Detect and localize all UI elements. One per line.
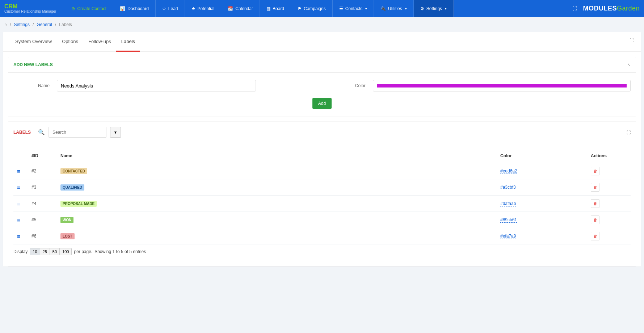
expand-icon[interactable]: ⛶ [627, 130, 631, 135]
logo: MODULESGarden [583, 5, 640, 12]
nav-dashboard[interactable]: 📊Dashboard [113, 0, 156, 17]
nav-settings[interactable]: ⚙Settings▾ [414, 0, 454, 17]
delete-button[interactable]: 🗑 [591, 232, 599, 240]
collapse-icon[interactable]: ⤡ [627, 63, 631, 67]
col-id: #ID [28, 149, 57, 163]
top-navbar: CRM Customer Relationship Manager ⊕Creat… [0, 0, 644, 17]
trash-icon: 🗑 [593, 234, 597, 238]
add-label-heading: ADD NEW LABELS ⤡ [8, 57, 636, 72]
home-icon[interactable]: ⌂ [4, 22, 7, 27]
color-value[interactable]: #eed6a2 [500, 168, 517, 174]
drag-handle-icon[interactable]: ≡ [17, 184, 20, 191]
delete-button[interactable]: 🗑 [591, 167, 599, 175]
nav-utilities[interactable]: 🔌Utilities▾ [374, 0, 414, 17]
chevron-down-icon: ▾ [445, 7, 447, 10]
name-input[interactable] [57, 80, 256, 91]
color-label: Color [329, 83, 366, 88]
tab-followups[interactable]: Follow-ups [83, 32, 116, 51]
cell-id: #5 [28, 212, 57, 228]
delete-button[interactable]: 🗑 [591, 199, 599, 208]
cell-id: #6 [28, 228, 57, 244]
chevron-down-icon: ▾ [405, 7, 407, 10]
plug-icon: 🔌 [380, 6, 386, 11]
search-icon: 🔍 [38, 129, 45, 136]
label-badge[interactable]: LOST [60, 233, 75, 239]
gear-icon: ⚙ [420, 6, 424, 11]
color-preview [377, 84, 627, 87]
nav-create-contact[interactable]: ⊕Create Contact [65, 0, 113, 17]
labels-heading: LABELS 🔍 ▼ ⛶ [8, 122, 636, 143]
list-icon: ☰ [339, 6, 343, 11]
table-row: ≡#2CONTACTED#eed6a2🗑 [13, 163, 631, 179]
tab-labels[interactable]: Labels [116, 32, 140, 52]
fullscreen-icon[interactable]: ⛶ [572, 6, 577, 11]
labels-list-panel: LABELS 🔍 ▼ ⛶ #ID Name Color Actions [8, 121, 636, 266]
star-icon: ★ [191, 6, 195, 11]
color-value[interactable]: #a3cbf3 [500, 185, 516, 190]
nav-calendar[interactable]: 📅Calendar [221, 0, 260, 17]
tab-options[interactable]: Options [57, 32, 83, 51]
board-icon: ▦ [266, 6, 270, 11]
calendar-icon: 📅 [228, 6, 233, 11]
add-label-panel: ADD NEW LABELS ⤡ Name Color Add [8, 57, 636, 116]
page-size-50[interactable]: 50 [50, 248, 60, 255]
star-outline-icon: ☆ [162, 6, 166, 11]
add-button[interactable]: Add [312, 98, 332, 109]
nav-potential[interactable]: ★Potential [185, 0, 222, 17]
nav-contacts[interactable]: ☰Contacts▾ [333, 0, 374, 17]
nav-board[interactable]: ▦Board [260, 0, 291, 17]
table-row: ≡#4PROPOSAL MADE#dafaab🗑 [13, 196, 631, 212]
breadcrumb-current: Labels [59, 22, 72, 27]
brand: CRM Customer Relationship Manager [4, 4, 56, 13]
drag-handle-icon[interactable]: ≡ [17, 233, 20, 239]
main-card: System Overview Options Follow-ups Label… [3, 32, 641, 266]
cell-id: #4 [28, 196, 57, 212]
breadcrumb-settings[interactable]: Settings [14, 22, 30, 27]
page-size-10[interactable]: 10 [30, 248, 40, 255]
color-value[interactable]: #efa7a9 [500, 234, 516, 239]
table-row: ≡#3QUALIFIED#a3cbf3🗑 [13, 179, 631, 196]
filter-button[interactable]: ▼ [110, 127, 121, 138]
trash-icon: 🗑 [593, 218, 597, 222]
label-badge[interactable]: WON [60, 217, 73, 223]
flag-icon: ⚑ [298, 6, 302, 11]
expand-icon[interactable]: ⛶ [630, 38, 634, 43]
chevron-down-icon: ▾ [365, 7, 367, 10]
drag-handle-icon[interactable]: ≡ [17, 201, 20, 207]
table-row: ≡#5WON#89cb61🗑 [13, 212, 631, 228]
main-nav: ⊕Create Contact 📊Dashboard ☆Lead ★Potent… [65, 0, 454, 17]
pager: Display 102550100 per page. Showing 1 to… [13, 244, 631, 266]
tab-system-overview[interactable]: System Overview [10, 32, 57, 51]
name-label: Name [13, 83, 50, 88]
cell-id: #2 [28, 163, 57, 179]
page-size-25[interactable]: 25 [40, 248, 50, 255]
search-input[interactable] [49, 127, 106, 138]
trash-icon: 🗑 [593, 169, 597, 173]
label-badge[interactable]: PROPOSAL MADE [60, 201, 97, 207]
settings-tabs: System Overview Options Follow-ups Label… [3, 32, 641, 52]
color-value[interactable]: #dafaab [500, 201, 516, 206]
delete-button[interactable]: 🗑 [591, 215, 599, 224]
topbar-right: ⛶ MODULESGarden [572, 5, 640, 12]
page-size-100[interactable]: 100 [60, 248, 71, 255]
trash-icon: 🗑 [593, 185, 597, 189]
trash-icon: 🗑 [593, 201, 597, 206]
brand-title: CRM [4, 4, 56, 9]
labels-table: #ID Name Color Actions ≡#2CONTACTED#eed6… [13, 149, 631, 244]
label-badge[interactable]: QUALIFIED [60, 184, 84, 191]
color-value[interactable]: #89cb61 [500, 217, 517, 223]
breadcrumb-general[interactable]: General [37, 22, 52, 27]
drag-handle-icon[interactable]: ≡ [17, 217, 20, 223]
col-name: Name [57, 149, 497, 163]
color-picker[interactable] [373, 80, 631, 91]
bar-chart-icon: 📊 [120, 6, 125, 11]
col-actions: Actions [587, 149, 631, 163]
page-size-buttons: 102550100 [30, 248, 72, 255]
breadcrumb: ⌂ / Settings / General / Labels [0, 17, 644, 32]
label-badge[interactable]: CONTACTED [60, 168, 87, 174]
delete-button[interactable]: 🗑 [591, 183, 599, 192]
nav-lead[interactable]: ☆Lead [156, 0, 185, 17]
cell-id: #3 [28, 179, 57, 196]
drag-handle-icon[interactable]: ≡ [17, 168, 20, 174]
nav-campaigns[interactable]: ⚑Campaigns [291, 0, 333, 17]
